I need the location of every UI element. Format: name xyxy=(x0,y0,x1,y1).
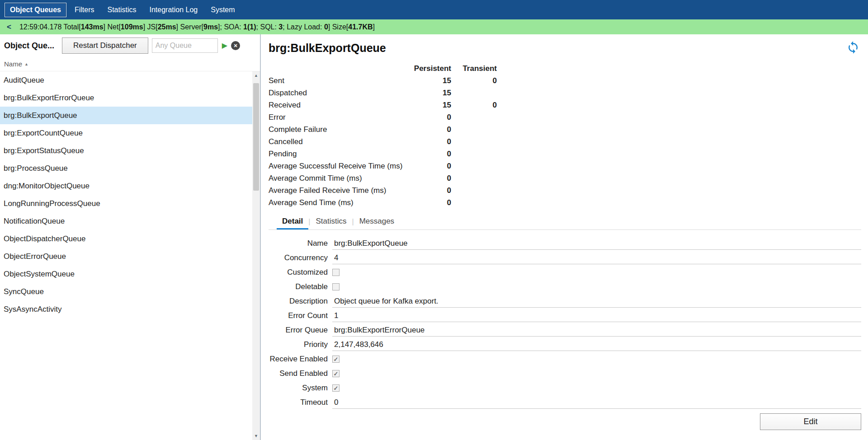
queue-list-item-objecterrorqueue[interactable]: ObjectErrorQueue xyxy=(0,248,252,265)
restart-dispatcher-button[interactable]: Restart Dispatcher xyxy=(62,37,148,54)
field-label: Customized xyxy=(261,268,332,277)
topnav-tab-filters[interactable]: Filters xyxy=(70,3,99,17)
content-area: Object Que... Restart Dispatcher ▶ ✕ Nam… xyxy=(0,34,868,440)
queue-list-item-auditqueue[interactable]: AuditQueue xyxy=(0,71,252,89)
field-control: ✓ xyxy=(332,356,861,363)
stats-persistent-value: 0 xyxy=(413,150,451,159)
queue-list-sort-header[interactable]: Name ▲ xyxy=(0,57,260,71)
stats-label: Received xyxy=(269,101,413,110)
send-enabled-checkbox[interactable]: ✓ xyxy=(332,370,340,377)
stats-persistent-value: 0 xyxy=(413,113,451,122)
deletable-checkbox[interactable] xyxy=(332,283,340,290)
tab-messages[interactable]: Messages xyxy=(354,214,400,229)
stats-label: Pending xyxy=(269,150,413,159)
customized-checkbox[interactable] xyxy=(332,269,340,276)
status-part: ; SQL: xyxy=(256,23,279,31)
status-part: ; Lazy Load: xyxy=(283,23,324,31)
system-checkbox[interactable]: ✓ xyxy=(332,384,340,392)
topnav-tab-integration-log[interactable]: Integration Log xyxy=(145,3,203,17)
stats-persistent-value: 15 xyxy=(413,89,451,98)
concurrency-input[interactable] xyxy=(332,252,861,264)
stats-label: Sent xyxy=(269,76,413,85)
field-label: Deletable xyxy=(261,282,332,291)
name-input[interactable] xyxy=(332,237,861,250)
priority-input[interactable] xyxy=(332,338,861,351)
stats-row-average-send-time-ms: Average Send Time (ms)0 xyxy=(269,197,868,209)
status-part: ]; SOA: xyxy=(218,23,243,31)
description-input[interactable] xyxy=(332,295,861,308)
field-label: Error Count xyxy=(261,311,332,320)
detail-tabbar: Detail|Statistics|Messages xyxy=(269,214,861,230)
error-queue-input[interactable] xyxy=(332,324,861,337)
stats-label: Average Failed Receive Time (ms) xyxy=(269,186,413,195)
field-label: Receive Enabled xyxy=(261,355,332,364)
timeout-input[interactable] xyxy=(332,396,861,409)
status-part: ] xyxy=(373,23,375,31)
scrollbar-down-icon[interactable]: ▼ xyxy=(252,432,260,440)
status-collapse-icon[interactable]: < xyxy=(7,23,11,32)
queue-list-item-brg-processqueue[interactable]: brg:ProcessQueue xyxy=(0,159,252,177)
stats-persistent-value: 15 xyxy=(413,101,451,110)
field-label: Priority xyxy=(261,340,332,349)
error-count-input[interactable] xyxy=(332,309,861,322)
status-part: 12:59:04.178 Total[ xyxy=(19,23,81,31)
receive-enabled-checkbox[interactable]: ✓ xyxy=(332,356,340,363)
stats-label: Complete Failure xyxy=(269,125,413,134)
form-row-error-count: Error Count xyxy=(261,309,861,323)
search-go-icon[interactable]: ▶ xyxy=(222,42,227,49)
field-label: Description xyxy=(261,297,332,306)
topnav-tab-object-queues[interactable]: Object Queues xyxy=(5,3,66,17)
queue-list-item-sysasyncactivity[interactable]: SysAsyncActivity xyxy=(0,300,252,318)
status-part: 9ms xyxy=(203,23,218,31)
topnav-tab-statistics[interactable]: Statistics xyxy=(102,3,141,17)
stats-col-transient: Transient xyxy=(451,64,497,73)
stats-row-average-successful-receive-time-ms: Average Successful Receive Time (ms)0 xyxy=(269,160,868,172)
queue-list-item-notificationqueue[interactable]: NotificationQueue xyxy=(0,212,252,230)
queue-list-item-brg-bulkexporterrorqueue[interactable]: brg:BulkExportErrorQueue xyxy=(0,89,252,107)
field-control xyxy=(332,324,861,337)
stats-persistent-value: 0 xyxy=(413,174,451,183)
field-control xyxy=(332,283,861,290)
field-control xyxy=(332,396,861,409)
name-column-header: Name xyxy=(4,60,22,68)
queue-list-item-brg-bulkexportqueue[interactable]: brg:BulkExportQueue xyxy=(0,107,252,124)
queue-list-item-brg-exportcountqueue[interactable]: brg:ExportCountQueue xyxy=(0,124,252,142)
scrollbar-thumb[interactable] xyxy=(253,83,259,191)
queue-list-item-brg-exportstatusqueue[interactable]: brg:ExportStatusQueue xyxy=(0,142,252,159)
queue-search-input[interactable] xyxy=(152,38,218,53)
field-label: Name xyxy=(261,239,332,248)
form-row-system: System✓ xyxy=(261,381,861,395)
tab-detail[interactable]: Detail xyxy=(277,214,308,229)
page-title: brg:BulkExportQueue xyxy=(269,42,386,54)
form-row-priority: Priority xyxy=(261,337,861,352)
field-control: ✓ xyxy=(332,370,861,377)
refresh-icon[interactable] xyxy=(846,41,860,54)
sidebar: Object Que... Restart Dispatcher ▶ ✕ Nam… xyxy=(0,34,261,440)
form-row-name: Name xyxy=(261,236,861,251)
form-row-error-queue: Error Queue xyxy=(261,323,861,337)
stats-persistent-value: 0 xyxy=(413,198,451,207)
stats-label: Average Send Time (ms) xyxy=(269,198,413,207)
clear-search-icon[interactable]: ✕ xyxy=(231,41,240,50)
tab-statistics[interactable]: Statistics xyxy=(310,214,352,229)
stats-row-error: Error0 xyxy=(269,111,868,123)
sidebar-scrollbar[interactable]: ▲ ▼ xyxy=(252,71,260,440)
status-part: 41.7KB xyxy=(348,23,373,31)
queue-list-item-longrunningprocessqueue[interactable]: LongRunningProcessQueue xyxy=(0,195,252,212)
topnav-tabs: Object QueuesFiltersStatisticsIntegratio… xyxy=(5,3,243,17)
field-label: System xyxy=(261,384,332,393)
status-part: 25ms xyxy=(158,23,176,31)
stats-header-row: Persistent Transient xyxy=(269,63,868,75)
form-row-description: Description xyxy=(261,294,861,309)
stats-persistent-value: 0 xyxy=(413,162,451,171)
queue-list-item-objectsystemqueue[interactable]: ObjectSystemQueue xyxy=(0,265,252,283)
scrollbar-up-icon[interactable]: ▲ xyxy=(252,71,260,80)
field-control xyxy=(332,295,861,308)
status-part: 109ms xyxy=(121,23,143,31)
queue-list-item-objectdispatcherqueue[interactable]: ObjectDispatcherQueue xyxy=(0,230,252,248)
queue-list-item-dng-monitorobjectqueue[interactable]: dng:MonitorObjectQueue xyxy=(0,177,252,195)
topnav: Object QueuesFiltersStatisticsIntegratio… xyxy=(0,0,868,19)
topnav-tab-system[interactable]: System xyxy=(206,3,240,17)
edit-button[interactable]: Edit xyxy=(760,413,861,430)
queue-list-item-syncqueue[interactable]: SyncQueue xyxy=(0,283,252,300)
